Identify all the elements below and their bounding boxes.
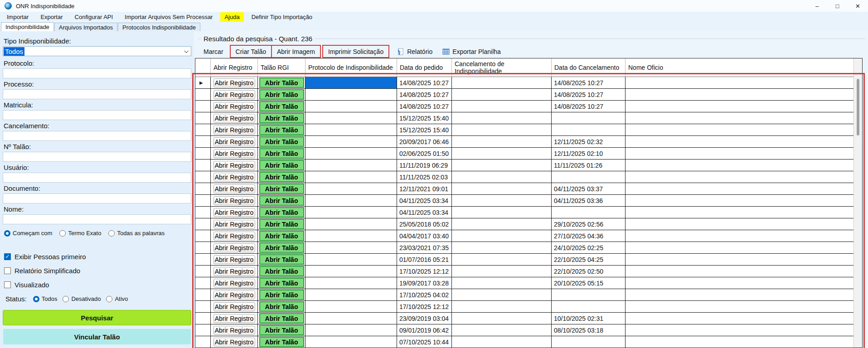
data-pedido-cell[interactable]: 14/08/2025 10:27 xyxy=(397,101,452,112)
data-cancelamento-cell[interactable] xyxy=(552,289,626,300)
cancelamento-indisponibilidade-cell[interactable] xyxy=(452,171,552,183)
menu-item[interactable]: Importar Arquivos Sem Processar xyxy=(119,12,218,22)
vincular-talao-button[interactable]: Vincular Talão xyxy=(3,329,191,345)
cancelamento-indisponibilidade-cell[interactable] xyxy=(452,230,552,242)
data-pedido-cell[interactable]: 04/04/2017 03:40 xyxy=(397,230,452,242)
text-input[interactable] xyxy=(3,193,191,203)
nome-oficio-cell[interactable] xyxy=(626,136,853,147)
data-pedido-cell[interactable]: 17/10/2025 04:02 xyxy=(397,289,452,300)
cancelamento-indisponibilidade-cell[interactable] xyxy=(452,324,552,336)
vertical-scrollbar[interactable] xyxy=(853,58,862,348)
data-cancelamento-cell[interactable] xyxy=(552,336,626,348)
protocolo-cell[interactable] xyxy=(305,289,397,300)
nome-oficio-cell[interactable] xyxy=(626,89,853,100)
row-selector[interactable]: ▶ xyxy=(195,124,211,135)
column-header[interactable] xyxy=(195,58,211,77)
data-cancelamento-cell[interactable]: 22/10/2025 04:25 xyxy=(552,254,626,265)
abrir-talao-button[interactable]: Abrir Talão xyxy=(259,125,304,135)
nome-oficio-cell[interactable] xyxy=(626,266,853,277)
abrir-registro-button[interactable]: Abrir Registro xyxy=(213,267,255,276)
row-selector[interactable]: ▶ xyxy=(195,313,211,324)
row-selector[interactable]: ▶ xyxy=(195,277,211,289)
abrir-talao-button[interactable]: Abrir Talão xyxy=(259,254,304,265)
data-pedido-cell[interactable]: 11/11/2025 02:03 xyxy=(397,171,452,183)
protocolo-cell[interactable] xyxy=(305,218,397,230)
row-selector[interactable]: ▶ xyxy=(195,324,211,336)
abrir-talao-button[interactable]: Abrir Talão xyxy=(259,337,304,347)
abrir-registro-button[interactable]: Abrir Registro xyxy=(213,302,255,311)
data-cancelamento-cell[interactable] xyxy=(552,301,626,312)
data-cancelamento-cell[interactable]: 11/11/2025 01:26 xyxy=(552,160,626,171)
protocolo-cell[interactable] xyxy=(305,77,397,88)
cancelamento-indisponibilidade-cell[interactable] xyxy=(452,101,552,112)
nome-oficio-cell[interactable] xyxy=(626,101,853,112)
abrir-registro-button[interactable]: Abrir Registro xyxy=(213,338,255,347)
data-cancelamento-cell[interactable]: 24/10/2025 02:25 xyxy=(552,242,626,253)
cancelamento-indisponibilidade-cell[interactable] xyxy=(452,160,552,171)
data-cancelamento-cell[interactable]: 12/11/2025 02:10 xyxy=(552,148,626,159)
nome-oficio-cell[interactable] xyxy=(626,148,853,159)
abrir-registro-button[interactable]: Abrir Registro xyxy=(213,255,255,264)
nome-oficio-cell[interactable] xyxy=(626,124,853,135)
cancelamento-indisponibilidade-cell[interactable] xyxy=(452,148,552,159)
close-button[interactable]: ✕ xyxy=(848,0,868,12)
cancelamento-indisponibilidade-cell[interactable] xyxy=(452,124,552,135)
data-cancelamento-cell[interactable]: 08/10/2025 03:18 xyxy=(552,324,626,336)
abrir-talao-button[interactable]: Abrir Talão xyxy=(259,184,304,194)
row-selector[interactable]: ▶ xyxy=(195,77,211,88)
abrir-registro-button[interactable]: Abrir Registro xyxy=(213,220,255,229)
protocolo-cell[interactable] xyxy=(305,89,397,100)
abrir-talao-button[interactable]: Abrir Talão xyxy=(259,172,304,182)
abrir-registro-button[interactable]: Abrir Registro xyxy=(213,161,255,170)
abrir-imagem-button[interactable]: Abrir Imagem xyxy=(271,46,320,57)
column-header[interactable]: Protocolo de Indisponibilidade xyxy=(305,58,397,77)
row-selector[interactable]: ▶ xyxy=(195,218,211,230)
maximize-button[interactable]: □ xyxy=(827,0,848,12)
abrir-registro-button[interactable]: Abrir Registro xyxy=(213,290,255,300)
protocolo-cell[interactable] xyxy=(305,242,397,253)
abrir-registro-button[interactable]: Abrir Registro xyxy=(213,137,255,146)
abrir-registro-button[interactable]: Abrir Registro xyxy=(213,208,255,217)
cancelamento-indisponibilidade-cell[interactable] xyxy=(452,112,552,124)
abrir-talao-button[interactable]: Abrir Talão xyxy=(259,219,304,229)
abrir-talao-button[interactable]: Abrir Talão xyxy=(259,290,304,300)
tipo-indisponibilidade-select[interactable]: Todos xyxy=(3,46,191,56)
row-selector[interactable]: ▶ xyxy=(195,301,211,312)
abrir-talao-button[interactable]: Abrir Talão xyxy=(259,101,304,111)
nome-oficio-cell[interactable] xyxy=(626,207,853,218)
column-header[interactable]: Data do Cancelamento xyxy=(552,58,626,77)
data-cancelamento-cell[interactable]: 12/11/2025 02:32 xyxy=(552,136,626,147)
nome-oficio-cell[interactable] xyxy=(626,171,853,183)
abrir-talao-button[interactable]: Abrir Talão xyxy=(259,325,304,335)
nome-oficio-cell[interactable] xyxy=(626,77,853,88)
abrir-talao-button[interactable]: Abrir Talão xyxy=(259,77,304,88)
status-radio-option[interactable]: Desativado xyxy=(63,295,101,302)
data-pedido-cell[interactable]: 07/10/2025 10:44 xyxy=(397,336,452,348)
column-header[interactable]: Abrir Registro xyxy=(211,58,258,77)
nome-oficio-cell[interactable] xyxy=(626,313,853,324)
abrir-registro-button[interactable]: Abrir Registro xyxy=(213,78,255,87)
status-radio-option[interactable]: Ativo xyxy=(106,295,128,302)
data-cancelamento-cell[interactable]: 22/10/2025 02:50 xyxy=(552,266,626,277)
cancelamento-indisponibilidade-cell[interactable] xyxy=(452,313,552,324)
abrir-registro-button[interactable]: Abrir Registro xyxy=(213,279,255,288)
data-cancelamento-cell[interactable] xyxy=(552,112,626,124)
data-pedido-cell[interactable]: 19/09/2017 03:28 xyxy=(397,277,452,289)
checkbox-option[interactable]: Visualizado xyxy=(4,281,191,289)
data-pedido-cell[interactable]: 04/11/2025 03:34 xyxy=(397,207,452,218)
text-input[interactable] xyxy=(3,110,191,120)
data-pedido-cell[interactable]: 23/09/2019 03:04 xyxy=(397,313,452,324)
data-pedido-cell[interactable]: 15/12/2025 15:40 xyxy=(397,112,452,124)
column-header[interactable]: Data do pedido xyxy=(397,58,452,77)
cancelamento-indisponibilidade-cell[interactable] xyxy=(452,183,552,194)
row-selector[interactable]: ▶ xyxy=(195,230,211,242)
cancelamento-indisponibilidade-cell[interactable] xyxy=(452,136,552,147)
row-selector[interactable]: ▶ xyxy=(195,242,211,253)
status-radio-option[interactable]: Todos xyxy=(33,295,58,302)
protocolo-cell[interactable] xyxy=(305,230,397,242)
row-selector[interactable]: ▶ xyxy=(195,89,211,100)
cancelamento-indisponibilidade-cell[interactable] xyxy=(452,218,552,230)
protocolo-cell[interactable] xyxy=(305,277,397,289)
protocolo-cell[interactable] xyxy=(305,136,397,147)
data-pedido-cell[interactable]: 17/10/2025 12:12 xyxy=(397,301,452,312)
